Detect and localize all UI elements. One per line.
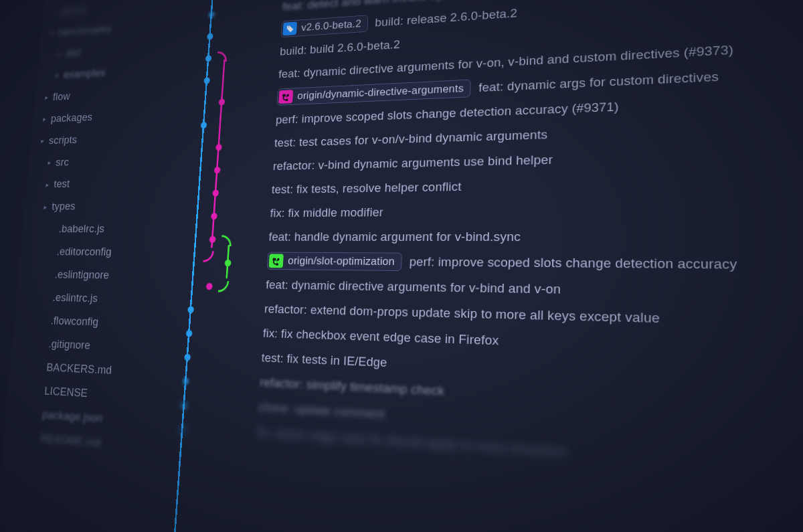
viewport: ▸node_modules▸github▸benchmarks▸dist▸exa… [0, 0, 803, 532]
tree-item-label: .eslintrc.js [52, 286, 98, 311]
branch-pill[interactable]: origin/slot-optimization [267, 252, 402, 271]
chevron-right-icon: ▸ [56, 47, 62, 61]
commit-node-icon[interactable] [203, 77, 210, 84]
tree-item-label: .gitignore [48, 333, 91, 357]
graph-lane-dynamic-directive [211, 59, 226, 248]
commit-message: fix: fix middle modifier [270, 205, 383, 220]
tree-item-label: BACKERS.md [46, 356, 112, 383]
chevron-right-icon: ▸ [41, 112, 48, 126]
file--eslintrc-js[interactable]: ·.eslintrc.js [25, 286, 168, 312]
tag-icon [282, 21, 297, 35]
commit-node-icon[interactable] [184, 354, 191, 361]
tree-item-label: flow [52, 86, 71, 108]
commit-node-icon[interactable] [205, 55, 211, 62]
commit-node-icon[interactable] [211, 213, 217, 219]
commit-message: build: build 2.6.0-beta.2 [280, 37, 401, 58]
branch-icon [278, 90, 293, 104]
tree-item-label: packages [50, 106, 94, 129]
commit-list[interactable]: build: 2.6.0-beta.3build: fix feature fl… [256, 0, 803, 499]
tree-item-label: package.json [41, 403, 104, 431]
pill-label: origin/slot-optimization [288, 255, 395, 268]
commit-node-icon[interactable] [208, 11, 215, 18]
commit-message: perf: improve scoped slots change detect… [409, 255, 737, 273]
tree-item-label: README.md [39, 427, 101, 456]
git-log-panel[interactable]: build: 2.6.0-beta.3build: fix feature fl… [145, 0, 803, 532]
commit-message: feat: dynamic directive arguments for v-… [266, 278, 561, 297]
commit-message: test: fix tests, resolve helper conflict [271, 179, 462, 196]
commit-node-icon[interactable] [182, 377, 189, 385]
commit-message: test: fix tests in IE/Edge [261, 351, 387, 370]
commit-node-icon[interactable] [207, 33, 213, 39]
commit-node-icon[interactable] [179, 426, 185, 434]
commit-node-icon[interactable] [205, 283, 212, 290]
tree-item-label: LICENSE [43, 379, 88, 406]
tree-item-label: scripts [48, 128, 78, 151]
chevron-right-icon: ▸ [43, 90, 50, 104]
chevron-right-icon: ▸ [44, 177, 50, 191]
tree-item-label: .babelrc.js [58, 217, 105, 240]
tag-pill[interactable]: v2.6.0-beta.2 [281, 15, 369, 37]
pill-label: origin/dynamic-directive-arguments [297, 82, 464, 102]
app-window: ▸node_modules▸github▸benchmarks▸dist▸exa… [0, 0, 803, 532]
commit-node-icon[interactable] [218, 99, 225, 106]
commit-node-icon[interactable] [213, 167, 220, 173]
folder-types[interactable]: ▸types [33, 194, 175, 218]
tree-item-label: test [53, 173, 71, 196]
commit-row[interactable]: feat: handle dynamic argument for v-bind… [268, 222, 803, 252]
folder-src[interactable]: ▸src [37, 148, 178, 174]
chevron-right-icon: ▸ [39, 134, 46, 148]
commit-message: refactor: v-bind dynamic arguments use b… [272, 153, 553, 173]
file--babelrc-js[interactable]: ·.babelrc.js [31, 217, 173, 241]
commit-node-icon[interactable] [212, 189, 219, 196]
chevron-right-icon: ▸ [54, 68, 60, 82]
tree-item-label: src [55, 151, 70, 174]
pill-label: v2.6.0-beta.2 [301, 18, 361, 34]
commit-message: chore: update comment [258, 400, 385, 422]
commit-node-icon[interactable] [187, 306, 194, 313]
commit-node-icon[interactable] [224, 260, 231, 266]
commit-message: feat: handle dynamic argument for v-bind… [268, 230, 521, 244]
commit-message: test: test cases for v-on/v-bind dynamic… [274, 127, 548, 150]
commit-node-icon[interactable] [181, 402, 187, 409]
chevron-right-icon: ▸ [50, 26, 56, 40]
commit-node-icon[interactable] [209, 236, 215, 243]
tree-item-label: examples [63, 62, 106, 86]
folder-test[interactable]: ▸test [35, 171, 177, 196]
file--eslintignore[interactable]: ·.eslintignore [27, 263, 170, 288]
branch-icon [269, 254, 284, 268]
tree-item-label: .flowconfig [50, 309, 99, 334]
tree-item-label: dist [65, 41, 82, 64]
commit-node-icon[interactable] [200, 122, 207, 128]
commit-node-icon[interactable] [185, 330, 192, 337]
chevron-right-icon: ▸ [46, 155, 52, 169]
commit-message: fix: fix checkbox event edge case in Fir… [262, 326, 499, 348]
commit-node-icon[interactable] [215, 144, 222, 151]
tree-item-label: github [60, 0, 88, 22]
commit-message: refactor: simplify timestamp check [260, 375, 445, 399]
tree-item-label: .editorconfig [56, 241, 112, 264]
chevron-right-icon: ▸ [52, 5, 58, 19]
tree-item-label: .eslintignore [54, 264, 110, 288]
file--editorconfig[interactable]: ·.editorconfig [29, 241, 171, 265]
chevron-right-icon: ▸ [42, 200, 48, 214]
tree-item-label: types [51, 195, 76, 218]
